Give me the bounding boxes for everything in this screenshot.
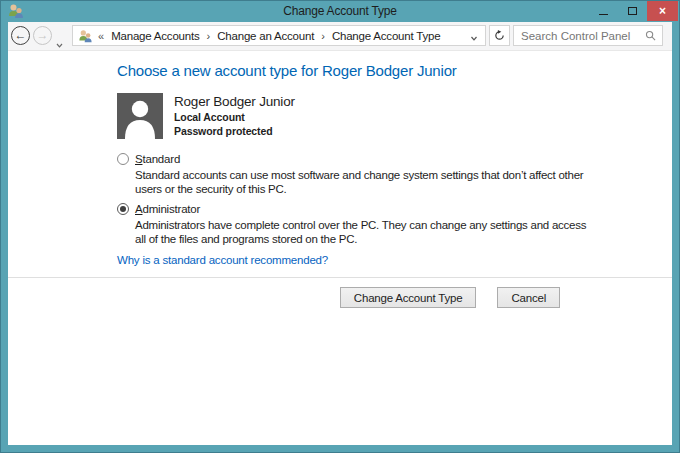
breadcrumb-separator-icon: › [202, 30, 216, 42]
option-standard-row[interactable]: Standard [117, 152, 672, 166]
address-bar[interactable]: « Manage Accounts › Change an Account › … [72, 25, 486, 46]
option-standard-label[interactable]: Standard [135, 153, 180, 165]
maximize-icon [628, 7, 637, 15]
page-content: Choose a new account type for Roger Bodg… [8, 51, 672, 268]
cancel-button[interactable]: Cancel [497, 287, 560, 308]
button-row: Change Account Type Cancel [8, 278, 672, 308]
option-administrator-row[interactable]: Administrator [117, 202, 672, 216]
option-standard-description: Standard accounts can use most software … [135, 168, 587, 196]
search-input[interactable] [514, 30, 645, 42]
minimize-button[interactable] [589, 1, 618, 21]
avatar [117, 93, 163, 139]
account-summary: Roger Bodger Junior Local Account Passwo… [117, 93, 672, 139]
option-administrator: Administrator Administrators have comple… [117, 202, 672, 246]
chevron-down-icon [470, 36, 478, 41]
breadcrumb-separator-icon: › [316, 30, 330, 42]
maximize-button[interactable] [618, 1, 647, 21]
option-administrator-description: Administrators have complete control ove… [135, 218, 587, 246]
navigation-bar: ← → ↑ [8, 22, 672, 51]
account-protection: Password protected [174, 125, 295, 137]
breadcrumb-item-change-an-account[interactable]: Change an Account [215, 30, 316, 42]
breadcrumb-item-manage-accounts[interactable]: Manage Accounts [109, 30, 201, 42]
window: Change Account Type × ← → [0, 0, 680, 453]
why-standard-recommended-link[interactable]: Why is a standard account recommended? [117, 254, 328, 266]
window-body: ← → ↑ [8, 22, 672, 445]
window-controls: × [589, 1, 678, 21]
minimize-icon [599, 14, 608, 15]
account-type-options: Standard Standard accounts can use most … [117, 152, 672, 246]
option-standard: Standard Standard accounts can use most … [117, 152, 672, 196]
radio-administrator[interactable] [117, 203, 129, 215]
page-title: Choose a new account type for Roger Bodg… [117, 62, 672, 79]
breadcrumb-overflow-chevron[interactable]: « [98, 30, 104, 42]
radio-standard[interactable] [117, 153, 129, 165]
forward-button[interactable]: → [33, 26, 52, 45]
chevron-down-icon [56, 43, 63, 48]
close-icon: × [659, 4, 666, 18]
titlebar[interactable]: Change Account Type × [0, 0, 680, 22]
account-meta: Roger Bodger Junior Local Account Passwo… [174, 93, 295, 139]
refresh-button[interactable] [489, 25, 510, 46]
window-title: Change Account Type [0, 0, 680, 22]
back-icon: ← [15, 28, 27, 42]
address-dropdown-button[interactable] [470, 27, 480, 45]
account-type: Local Account [174, 111, 295, 123]
breadcrumb-item-change-account-type[interactable]: Change Account Type [330, 30, 443, 42]
option-administrator-label[interactable]: Administrator [135, 203, 200, 215]
close-button[interactable]: × [647, 1, 678, 21]
change-account-type-button[interactable]: Change Account Type [340, 287, 477, 308]
account-name: Roger Bodger Junior [174, 94, 295, 109]
search-box [513, 25, 663, 46]
recent-pages-dropdown[interactable] [56, 34, 63, 52]
search-icon[interactable] [645, 30, 656, 41]
forward-icon: → [37, 28, 49, 42]
breadcrumb-location-icon[interactable] [78, 29, 93, 43]
back-button[interactable]: ← [11, 26, 30, 45]
refresh-icon [494, 30, 505, 41]
